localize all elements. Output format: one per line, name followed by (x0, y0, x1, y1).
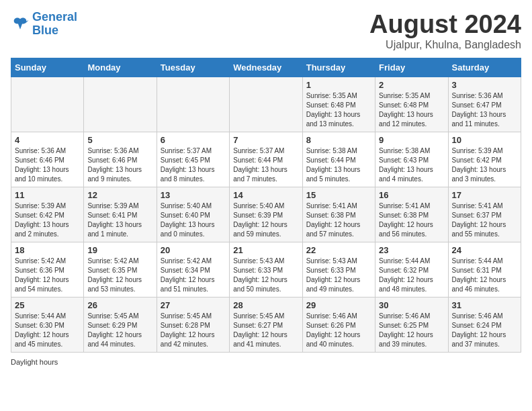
day-number: 29 (306, 300, 371, 310)
day-info: Sunrise: 5:41 AM Sunset: 6:37 PM Dayligh… (452, 201, 517, 239)
calendar-cell: 8Sunrise: 5:38 AM Sunset: 6:44 PM Daylig… (302, 132, 375, 187)
calendar-cell: 2Sunrise: 5:35 AM Sunset: 6:48 PM Daylig… (375, 77, 448, 132)
day-info: Sunrise: 5:45 AM Sunset: 6:28 PM Dayligh… (161, 312, 226, 349)
day-info: Sunrise: 5:43 AM Sunset: 6:33 PM Dayligh… (306, 257, 371, 294)
day-info: Sunrise: 5:46 AM Sunset: 6:26 PM Dayligh… (306, 312, 371, 349)
col-sunday: Sunday (11, 58, 84, 77)
day-info: Sunrise: 5:45 AM Sunset: 6:29 PM Dayligh… (87, 312, 152, 349)
day-number: 4 (15, 135, 80, 145)
day-info: Sunrise: 5:45 AM Sunset: 6:27 PM Dayligh… (233, 312, 298, 349)
calendar-cell: 9Sunrise: 5:38 AM Sunset: 6:43 PM Daylig… (375, 132, 448, 187)
col-wednesday: Wednesday (230, 58, 302, 77)
calendar-cell: 27Sunrise: 5:45 AM Sunset: 6:28 PM Dayli… (157, 297, 229, 352)
day-info: Sunrise: 5:36 AM Sunset: 6:46 PM Dayligh… (15, 146, 80, 184)
calendar-cell: 30Sunrise: 5:46 AM Sunset: 6:25 PM Dayli… (375, 297, 448, 352)
day-info: Sunrise: 5:40 AM Sunset: 6:40 PM Dayligh… (161, 201, 226, 239)
day-number: 31 (452, 300, 517, 310)
calendar-table: Sunday Monday Tuesday Wednesday Thursday… (11, 58, 521, 353)
day-number: 21 (233, 245, 298, 255)
calendar-cell: 26Sunrise: 5:45 AM Sunset: 6:29 PM Dayli… (84, 297, 157, 352)
calendar-week-row: 25Sunrise: 5:44 AM Sunset: 6:30 PM Dayli… (11, 297, 521, 352)
col-friday: Friday (375, 58, 448, 77)
day-info: Sunrise: 5:38 AM Sunset: 6:44 PM Dayligh… (306, 146, 371, 184)
calendar-cell: 23Sunrise: 5:44 AM Sunset: 6:32 PM Dayli… (375, 242, 448, 297)
calendar-cell: 17Sunrise: 5:41 AM Sunset: 6:37 PM Dayli… (448, 187, 521, 242)
day-info: Sunrise: 5:43 AM Sunset: 6:33 PM Dayligh… (233, 257, 298, 294)
calendar-cell: 22Sunrise: 5:43 AM Sunset: 6:33 PM Dayli… (302, 242, 375, 297)
day-number: 26 (87, 300, 152, 310)
calendar-cell: 16Sunrise: 5:41 AM Sunset: 6:38 PM Dayli… (375, 187, 448, 242)
page-title: August 2024 (369, 11, 521, 39)
day-number: 22 (306, 245, 371, 255)
calendar-cell: 24Sunrise: 5:44 AM Sunset: 6:31 PM Dayli… (448, 242, 521, 297)
calendar-cell: 28Sunrise: 5:45 AM Sunset: 6:27 PM Dayli… (230, 297, 302, 352)
day-info: Sunrise: 5:39 AM Sunset: 6:42 PM Dayligh… (15, 201, 80, 239)
day-number: 12 (87, 190, 152, 200)
day-number: 2 (379, 80, 444, 90)
legend-label: Daylight hours (11, 358, 58, 366)
day-info: Sunrise: 5:37 AM Sunset: 6:45 PM Dayligh… (161, 146, 226, 184)
calendar-cell: 14Sunrise: 5:40 AM Sunset: 6:39 PM Dayli… (230, 187, 302, 242)
page-subtitle: Ujalpur, Khulna, Bangladesh (369, 39, 521, 51)
day-number: 24 (452, 245, 517, 255)
legend: Daylight hours (11, 358, 521, 366)
calendar-week-row: 4Sunrise: 5:36 AM Sunset: 6:46 PM Daylig… (11, 132, 521, 187)
day-number: 27 (161, 300, 226, 310)
calendar-cell: 21Sunrise: 5:43 AM Sunset: 6:33 PM Dayli… (230, 242, 302, 297)
day-number: 28 (233, 300, 298, 310)
day-info: Sunrise: 5:35 AM Sunset: 6:48 PM Dayligh… (379, 91, 444, 129)
calendar-cell: 1Sunrise: 5:35 AM Sunset: 6:48 PM Daylig… (302, 77, 375, 132)
day-info: Sunrise: 5:42 AM Sunset: 6:36 PM Dayligh… (15, 257, 80, 294)
calendar-cell: 13Sunrise: 5:40 AM Sunset: 6:40 PM Dayli… (157, 187, 229, 242)
calendar-header-row: Sunday Monday Tuesday Wednesday Thursday… (11, 58, 521, 77)
day-number: 19 (87, 245, 152, 255)
calendar-week-row: 11Sunrise: 5:39 AM Sunset: 6:42 PM Dayli… (11, 187, 521, 242)
day-number: 7 (233, 135, 298, 145)
day-number: 16 (379, 190, 444, 200)
day-number: 8 (306, 135, 371, 145)
calendar-cell: 7Sunrise: 5:37 AM Sunset: 6:44 PM Daylig… (230, 132, 302, 187)
calendar-cell: 15Sunrise: 5:41 AM Sunset: 6:38 PM Dayli… (302, 187, 375, 242)
day-info: Sunrise: 5:37 AM Sunset: 6:44 PM Dayligh… (233, 146, 298, 184)
day-number: 11 (15, 190, 80, 200)
day-info: Sunrise: 5:46 AM Sunset: 6:25 PM Dayligh… (379, 312, 444, 349)
day-number: 30 (379, 300, 444, 310)
logo-icon (11, 15, 30, 34)
calendar-week-row: 18Sunrise: 5:42 AM Sunset: 6:36 PM Dayli… (11, 242, 521, 297)
day-number: 3 (452, 80, 517, 90)
title-area: August 2024 Ujalpur, Khulna, Bangladesh (369, 11, 521, 51)
day-number: 23 (379, 245, 444, 255)
calendar-week-row: 1Sunrise: 5:35 AM Sunset: 6:48 PM Daylig… (11, 77, 521, 132)
logo: General Blue (11, 11, 77, 38)
calendar-cell: 6Sunrise: 5:37 AM Sunset: 6:45 PM Daylig… (157, 132, 229, 187)
day-info: Sunrise: 5:44 AM Sunset: 6:32 PM Dayligh… (379, 257, 444, 294)
logo-line1: General (32, 10, 77, 24)
day-info: Sunrise: 5:41 AM Sunset: 6:38 PM Dayligh… (306, 201, 371, 239)
day-number: 5 (87, 135, 152, 145)
day-info: Sunrise: 5:38 AM Sunset: 6:43 PM Dayligh… (379, 146, 444, 184)
day-info: Sunrise: 5:44 AM Sunset: 6:31 PM Dayligh… (452, 257, 517, 294)
calendar-cell: 5Sunrise: 5:36 AM Sunset: 6:46 PM Daylig… (84, 132, 157, 187)
calendar-cell: 3Sunrise: 5:36 AM Sunset: 6:47 PM Daylig… (448, 77, 521, 132)
day-number: 20 (161, 245, 226, 255)
col-monday: Monday (84, 58, 157, 77)
calendar-cell (11, 77, 84, 132)
calendar-cell: 29Sunrise: 5:46 AM Sunset: 6:26 PM Dayli… (302, 297, 375, 352)
day-number: 9 (379, 135, 444, 145)
day-number: 1 (306, 80, 371, 90)
page-header: General Blue August 2024 Ujalpur, Khulna… (11, 11, 521, 51)
calendar-cell: 11Sunrise: 5:39 AM Sunset: 6:42 PM Dayli… (11, 187, 84, 242)
day-info: Sunrise: 5:36 AM Sunset: 6:46 PM Dayligh… (87, 146, 152, 184)
day-number: 25 (15, 300, 80, 310)
calendar-cell (84, 77, 157, 132)
col-tuesday: Tuesday (157, 58, 229, 77)
calendar-cell: 4Sunrise: 5:36 AM Sunset: 6:46 PM Daylig… (11, 132, 84, 187)
col-saturday: Saturday (448, 58, 521, 77)
day-info: Sunrise: 5:39 AM Sunset: 6:42 PM Dayligh… (452, 146, 517, 184)
calendar-cell: 12Sunrise: 5:39 AM Sunset: 6:41 PM Dayli… (84, 187, 157, 242)
calendar-body: 1Sunrise: 5:35 AM Sunset: 6:48 PM Daylig… (11, 77, 521, 352)
calendar-cell: 20Sunrise: 5:42 AM Sunset: 6:34 PM Dayli… (157, 242, 229, 297)
day-info: Sunrise: 5:42 AM Sunset: 6:35 PM Dayligh… (87, 257, 152, 294)
day-number: 6 (161, 135, 226, 145)
day-info: Sunrise: 5:35 AM Sunset: 6:48 PM Dayligh… (306, 91, 371, 129)
